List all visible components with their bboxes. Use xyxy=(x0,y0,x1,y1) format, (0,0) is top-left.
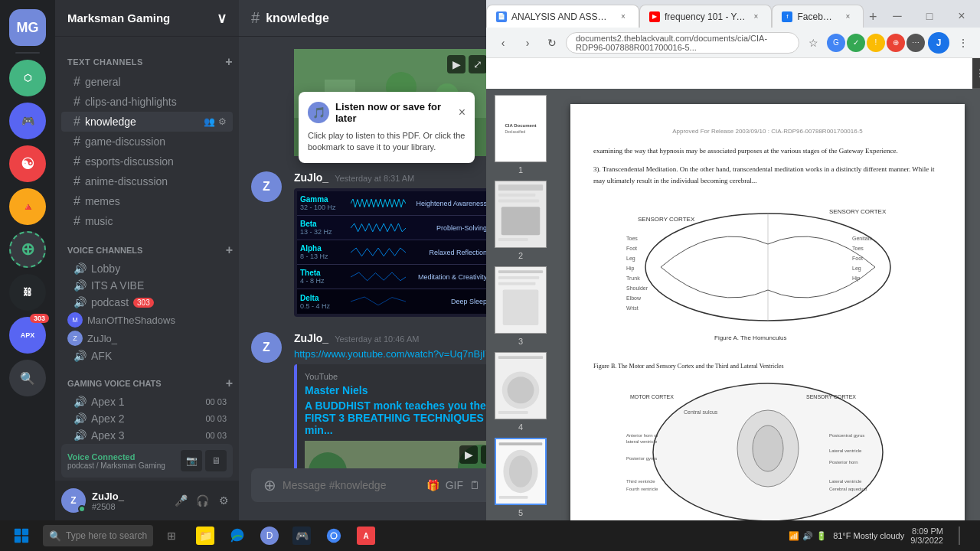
ext-icon-2[interactable]: ✓ xyxy=(847,34,865,52)
network-icon[interactable]: 📶 xyxy=(789,531,799,541)
vc-apex3[interactable]: 🔊 Apex 3 00 03 xyxy=(61,427,233,441)
ext-icon-4[interactable]: ⊕ xyxy=(887,34,905,52)
close-button[interactable]: × xyxy=(946,5,977,28)
svg-text:SENSORY CORTEX: SENSORY CORTEX xyxy=(638,216,695,223)
pdf-thumb-4[interactable]: 4 xyxy=(494,352,547,432)
channel-settings-icon[interactable]: ⚙ xyxy=(218,116,227,127)
mute-button[interactable]: 🎤 xyxy=(172,491,190,510)
channel-music[interactable]: # music xyxy=(61,211,233,231)
tab-close-2[interactable]: × xyxy=(750,11,762,23)
channel-memes[interactable]: # memes xyxy=(61,191,233,211)
channel-anime[interactable]: # anime-discussion xyxy=(61,171,233,191)
svg-text:Wrist: Wrist xyxy=(626,305,639,311)
reload-button[interactable]: ↻ xyxy=(541,32,563,54)
pdf-thumb-img-3 xyxy=(495,266,547,334)
pdf-page-view: Approved For Release 2003/09/10 : CIA-RD… xyxy=(555,89,980,520)
voice-channel-afk[interactable]: 🔊 AFK xyxy=(61,347,233,364)
server-icon-7[interactable]: ⛓ xyxy=(9,274,46,311)
profile-avatar[interactable]: J xyxy=(928,32,949,54)
start-button[interactable] xyxy=(6,520,37,551)
toast-close-button[interactable]: × xyxy=(459,106,466,119)
server-name[interactable]: Marksman Gaming ∨ xyxy=(55,0,239,37)
svg-text:Posterior horn: Posterior horn xyxy=(829,460,858,465)
pdf-thumb-1[interactable]: CIA Document Declassified 1 xyxy=(494,95,547,174)
channel-knowledge[interactable]: # knowledge 👥 ⚙ xyxy=(61,112,233,132)
browser-tab-1[interactable]: 📄 ANALYSIS AND ASSESSMENT × xyxy=(486,5,639,28)
volume-icon[interactable]: 🔊 xyxy=(802,531,813,541)
ext-icon-1[interactable]: G xyxy=(827,34,845,52)
message-input[interactable] xyxy=(283,479,420,491)
task-view-button[interactable]: ⊞ xyxy=(156,520,187,551)
server-list: MG ⬡ 🎮 ☯ 🔺 ⊕ ⛓ APX 303 🔍 xyxy=(0,0,55,520)
vc-apex2[interactable]: 🔊 Apex 2 00 03 xyxy=(61,410,233,427)
pdf-thumb-5[interactable]: 5 xyxy=(494,438,547,517)
server-icon-6[interactable]: ⊕ xyxy=(9,231,46,268)
channel-game-discussion[interactable]: # game-discussion xyxy=(61,132,233,152)
sticker-icon[interactable]: 🗒 xyxy=(469,479,480,491)
channel-title: knowledge xyxy=(266,11,329,25)
gift-icon[interactable]: 🎁 xyxy=(426,479,439,491)
ext-icon-3[interactable]: ! xyxy=(867,34,885,52)
taskbar-app-apex[interactable]: A xyxy=(351,520,381,551)
server-icon-3[interactable]: 🎮 xyxy=(9,103,46,139)
voice-channel-vibe[interactable]: 🔊 ITS A VIBE xyxy=(61,277,233,294)
server-icon-explore[interactable]: 🔍 xyxy=(9,360,46,396)
screen-share-button[interactable]: 🖥 xyxy=(205,450,227,471)
video-button[interactable]: 📷 xyxy=(181,450,202,471)
pdf-thumb-2[interactable]: 2 xyxy=(494,181,547,260)
taskbar: 🔍 Type here to search ⊞ 📁 xyxy=(0,520,980,551)
bookmark-button[interactable]: ☆ xyxy=(802,32,824,54)
settings-button[interactable]: ⚙ xyxy=(214,491,233,510)
forward-button[interactable]: › xyxy=(517,32,538,54)
gaming-voice-category[interactable]: Gaming Voice Chats + xyxy=(55,364,239,393)
pdf-text-2: 3). Transcendental Meditation. On the ot… xyxy=(593,164,942,186)
address-bar[interactable]: documents2.theblackvault.com/documents/c… xyxy=(566,32,799,54)
pdf-thumb-3[interactable]: 3 xyxy=(494,266,547,346)
taskbar-app-chrome[interactable] xyxy=(318,520,349,551)
channel-esports[interactable]: # esports-discussion xyxy=(61,152,233,171)
channel-general[interactable]: # general xyxy=(61,72,233,92)
toast-body: Click play to listen to this PDF. Or cli… xyxy=(308,130,466,154)
server-icon-2[interactable]: ⬡ xyxy=(9,60,46,96)
server-icon-4[interactable]: ☯ xyxy=(9,145,46,182)
tab-close-3[interactable]: × xyxy=(841,11,854,23)
add-attachment-button[interactable]: ⊕ xyxy=(263,476,276,494)
back-button[interactable]: ‹ xyxy=(492,32,514,54)
menu-button[interactable]: ⋮ xyxy=(952,32,974,54)
youtube-link[interactable]: https://www.youtube.com/watch?v=Uq7nBjI7… xyxy=(294,348,511,360)
play-icon[interactable]: ▶ xyxy=(447,55,466,73)
taskbar-app-edge[interactable] xyxy=(222,520,253,551)
chat-input-area: ⊕ 🎁 GIF 🗒 😊 xyxy=(239,468,524,520)
play-icon-yt[interactable]: ▶ xyxy=(459,445,478,464)
text-channels-category[interactable]: Text Channels + xyxy=(55,43,239,72)
channel-clips[interactable]: # clips-and-highlights xyxy=(61,92,233,112)
taskbar-app-folder[interactable]: 📁 xyxy=(190,520,220,551)
server-icon-5[interactable]: 🔺 xyxy=(9,188,46,225)
taskbar-search-bar[interactable]: 🔍 Type here to search xyxy=(43,525,153,546)
server-icon-apex[interactable]: APX 303 xyxy=(9,317,46,354)
voice-channel-lobby[interactable]: 🔊 Lobby xyxy=(61,260,233,277)
minimize-button[interactable]: ─ xyxy=(882,5,913,28)
voice-channels-category[interactable]: Voice Channels + xyxy=(55,231,239,260)
toast-icon: 🎵 xyxy=(308,102,329,123)
browser-tab-2[interactable]: ▶ frequency 101 - YouTube × xyxy=(639,5,772,28)
voice-users-list: M ManOfTheShadows Z ZuJlo_ xyxy=(67,311,239,347)
taskbar-app-steam[interactable]: 🎮 xyxy=(286,520,317,551)
maximize-button[interactable]: □ xyxy=(914,5,945,28)
svg-text:Toes: Toes xyxy=(852,246,864,251)
ext-icon-5[interactable]: ⋯ xyxy=(906,34,925,52)
tab-close-1[interactable]: × xyxy=(617,11,629,23)
taskbar-app-discord[interactable]: D xyxy=(254,520,285,551)
voice-channel-podcast[interactable]: 🔊 podcast 303 xyxy=(61,294,233,311)
browser-tab-3[interactable]: f Facebook × xyxy=(772,5,864,28)
gif-icon[interactable]: GIF xyxy=(446,479,463,491)
deafen-button[interactable]: 🎧 xyxy=(193,491,211,510)
fullscreen-icon[interactable]: ⤢ xyxy=(469,55,487,73)
server-icon-mg[interactable]: MG xyxy=(9,9,46,46)
tab-title-2: frequency 101 - YouTube xyxy=(665,11,745,22)
new-tab-button[interactable]: + xyxy=(864,6,882,28)
embed-title[interactable]: A BUDDHIST monk teaches you the FIRST 3 … xyxy=(305,399,504,436)
show-desktop-button[interactable] xyxy=(949,520,968,551)
battery-icon[interactable]: 🔋 xyxy=(816,531,827,541)
vc-apex1[interactable]: 🔊 Apex 1 00 03 xyxy=(61,393,233,410)
